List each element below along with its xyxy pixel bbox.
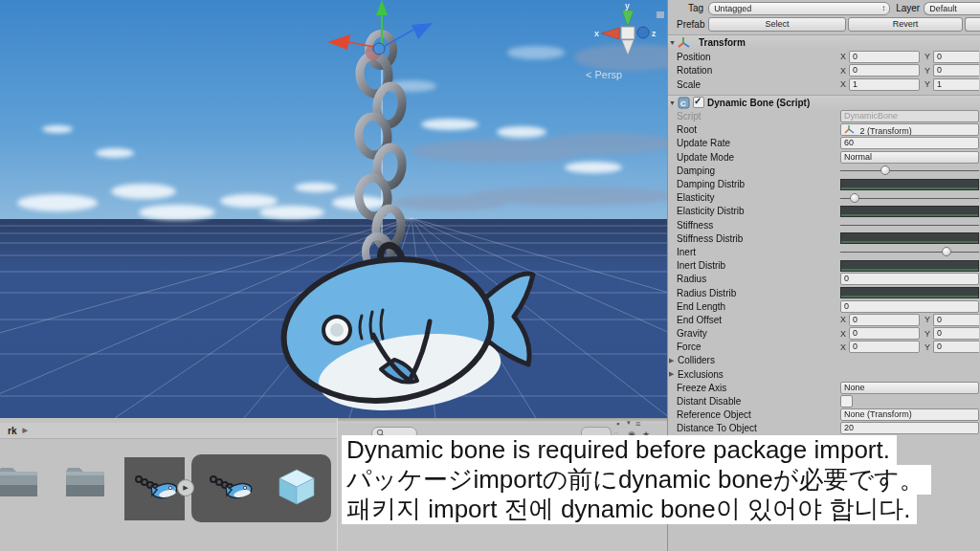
end-length-field[interactable]: 0 <box>840 300 979 313</box>
rotation-row: Rotation X 0 Y 0 <box>668 64 980 78</box>
tag-layer-row: Tag Untagged ↕ Layer Default <box>668 0 980 15</box>
axis-z-label: z <box>652 29 657 38</box>
distance-to-object-field[interactable]: 20 <box>840 422 979 434</box>
distant-disable-row: Distant Disable <box>668 394 980 408</box>
prefab-apply-button[interactable] <box>965 17 980 32</box>
script-field[interactable]: DynamicBone <box>840 110 979 122</box>
subtitle-overlay: Dynamic bone is required before package … <box>342 435 931 524</box>
freeze-axis-row: Freeze Axis None <box>668 381 980 394</box>
force-y-field[interactable]: 0 <box>933 341 979 353</box>
shark-prefab-icon <box>207 472 253 506</box>
foldout-open-icon[interactable]: ▼ <box>668 99 678 106</box>
reference-object-field[interactable]: None (Transform) <box>840 408 979 421</box>
script-icon: C <box>678 97 690 109</box>
asset-dynamicbone-folder[interactable] <box>0 464 50 504</box>
stiffness-row: Stiffness <box>668 218 980 231</box>
foldout-open-icon[interactable]: ▼ <box>668 39 678 46</box>
position-row: Position X 0 Y 0 <box>668 50 980 64</box>
stiffness-distrib-row: Stiffness Distrib <box>668 231 980 245</box>
lock-icon[interactable]: ▪ <box>616 419 619 429</box>
root-object-field[interactable]: 2 (Transform) <box>840 123 979 136</box>
scene-viewport[interactable]: x y z < Persp <box>0 0 667 419</box>
dynamic-bone-header[interactable]: ▼ C Dynamic Bone (Script) <box>668 95 980 110</box>
scene-canvas: x y z < Persp <box>0 0 667 418</box>
damping-distrib-curve[interactable] <box>840 179 979 190</box>
cube-icon <box>276 466 318 508</box>
svg-text:C: C <box>680 99 686 108</box>
breadcrumb-arrow-icon: ▶ <box>22 427 27 434</box>
caption-line-en: Dynamic bone is required before package … <box>342 435 897 465</box>
force-x-field[interactable]: 0 <box>849 341 920 353</box>
elasticity-distrib-row: Elasticity Distrib <box>668 205 980 218</box>
transform-header[interactable]: ▼ Transform <box>668 34 980 50</box>
radius-field[interactable]: 0 <box>840 273 979 285</box>
component-enabled-checkbox[interactable] <box>693 97 704 108</box>
scale-x-field[interactable]: 1 <box>849 78 920 91</box>
radius-distrib-row: Radius Distrib <box>668 286 980 299</box>
project-panel: rk ▶ DynamicBone spring Shark <box>0 418 338 551</box>
position-y-field[interactable]: 0 <box>933 51 979 63</box>
distance-to-object-row: Distance To Object 20 <box>668 422 980 435</box>
asset-1-prefab[interactable] <box>207 472 253 510</box>
axis-y-label: y <box>625 1 630 11</box>
transform-icon <box>844 124 855 134</box>
radius-distrib-curve[interactable] <box>840 287 979 298</box>
update-rate-field[interactable]: 60 <box>840 137 979 149</box>
caption-line-ja: パッケージimportの前にdynamic boneが必要です。 <box>342 465 931 495</box>
end-offset-y-field[interactable]: 0 <box>933 314 979 326</box>
scale-y-field[interactable]: 1 <box>933 78 979 91</box>
breadcrumb[interactable]: rk ▶ <box>0 423 337 439</box>
gravity-x-field[interactable]: 0 <box>849 327 920 340</box>
damping-distrib-row: Damping Distrib <box>668 177 980 190</box>
elasticity-row: Elasticity <box>668 191 980 205</box>
update-mode-row: Update Mode Normal <box>668 150 980 164</box>
rotation-y-field[interactable]: 0 <box>933 64 979 77</box>
prefab-expand-button[interactable]: ▶ <box>177 479 194 496</box>
dropdown-caret-icon[interactable]: ▾ <box>627 419 631 427</box>
foldout-closed-icon[interactable]: ▶ <box>668 370 678 378</box>
damping-slider[interactable] <box>840 165 979 176</box>
tag-dropdown[interactable]: Untagged ↕ <box>708 2 890 15</box>
layer-dropdown[interactable]: Default <box>924 2 980 15</box>
inert-distrib-curve[interactable] <box>840 260 979 272</box>
persp-label[interactable]: < Persp <box>586 69 622 80</box>
distant-disable-checkbox[interactable] <box>840 395 853 408</box>
stiffness-slider[interactable] <box>840 219 979 231</box>
exclusions-row[interactable]: ▶ Exclusions <box>668 367 980 381</box>
end-offset-x-field[interactable]: 0 <box>849 314 920 326</box>
freeze-axis-dropdown[interactable]: None <box>840 382 979 394</box>
shark-prefab-icon <box>132 472 178 506</box>
inert-distrib-row: Inert Distrib <box>668 259 980 273</box>
elasticity-distrib-curve[interactable] <box>840 206 979 217</box>
prefab-revert-button[interactable]: Revert <box>848 17 963 32</box>
update-mode-dropdown[interactable]: Normal <box>840 151 979 164</box>
gravity-y-field[interactable]: 0 <box>933 327 979 340</box>
position-x-field[interactable]: 0 <box>849 51 920 63</box>
asset-dynamic-cube[interactable] <box>276 466 318 512</box>
menu-icon[interactable]: ≡ <box>635 419 640 429</box>
inert-row: Inert <box>668 245 980 258</box>
dynamic-bone-title: Dynamic Bone (Script) <box>707 98 810 108</box>
root-row: Root 2 (Transform) <box>668 123 980 137</box>
folder-icon <box>0 464 39 500</box>
scale-row: Scale X 1 Y 1 <box>668 77 980 92</box>
layer-label: Layer <box>896 3 920 13</box>
prefab-select-button[interactable]: Select <box>708 17 846 32</box>
asset-spring-shark-prefab[interactable] <box>132 472 178 510</box>
elasticity-slider[interactable] <box>840 192 979 204</box>
foldout-closed-icon[interactable]: ▶ <box>668 357 678 364</box>
caption-line-ko: 패키지 import 전에 dynamic bone이 있어야 합니다. <box>342 495 917 524</box>
inert-slider[interactable] <box>840 246 979 257</box>
scene-corner-icon <box>657 11 664 18</box>
axis-x-label: x <box>594 29 599 38</box>
gravity-row: Gravity X 0 Y 0 <box>668 327 980 341</box>
rotation-x-field[interactable]: 0 <box>849 64 920 77</box>
stiffness-distrib-curve[interactable] <box>840 232 979 244</box>
colliders-row[interactable]: ▶ Colliders <box>668 354 980 367</box>
radius-row: Radius 0 <box>668 273 980 286</box>
transform-icon <box>678 36 690 49</box>
end-offset-row: End Offset X 0 Y 0 <box>668 313 980 326</box>
tag-label: Tag <box>668 3 703 13</box>
prefab-label: Prefab <box>668 19 708 30</box>
asset-spring-shark-folder[interactable] <box>54 464 117 504</box>
